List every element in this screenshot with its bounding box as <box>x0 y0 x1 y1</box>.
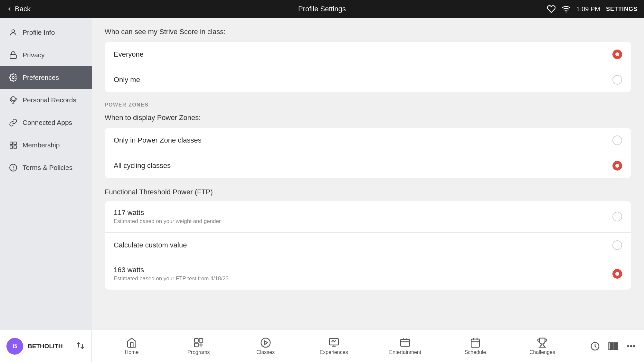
strive-section-title: Who can see my Strive Score in class: <box>105 28 631 36</box>
ftp-custom-content: Calculate custom value <box>114 241 187 249</box>
svg-marker-16 <box>265 341 268 344</box>
strive-option-only-me[interactable]: Only me <box>105 67 631 92</box>
svg-rect-6 <box>14 142 16 144</box>
bottom-nav-right <box>582 341 644 351</box>
svg-point-35 <box>628 346 629 347</box>
page-title: Profile Settings <box>298 5 346 13</box>
svg-rect-5 <box>10 142 13 144</box>
schedule-icon <box>470 337 481 348</box>
svg-point-15 <box>261 338 270 347</box>
ftp-radio-custom[interactable] <box>612 240 622 250</box>
sidebar-item-terms-policies[interactable]: Terms & Policies <box>0 156 92 179</box>
ftp-163-label: 163 watts <box>114 266 229 274</box>
nav-item-programs[interactable]: Programs <box>186 337 212 355</box>
ftp-title: Functional Threshold Power (FTP) <box>105 188 631 196</box>
back-button[interactable]: Back <box>6 5 31 13</box>
swap-button[interactable] <box>76 341 85 351</box>
strive-radio-group: Everyone Only me <box>105 42 631 92</box>
display-all-cycling[interactable]: All cycling classes <box>105 153 631 178</box>
wifi-icon <box>562 5 571 14</box>
bottom-nav-center: Home Programs Classes <box>92 330 582 362</box>
challenges-icon <box>537 337 548 348</box>
nav-item-challenges[interactable]: Challenges <box>529 337 555 355</box>
barcode-icon[interactable] <box>608 341 618 351</box>
nav-label-schedule: Schedule <box>465 349 486 355</box>
bottom-nav: B BETHOLITH Home Programs <box>0 330 644 362</box>
svg-rect-30 <box>611 343 611 349</box>
heart-icon[interactable] <box>547 5 556 14</box>
username: BETHOLITH <box>28 343 63 350</box>
sidebar-item-label-personal-records: Personal Records <box>23 96 76 104</box>
classes-icon <box>260 337 271 348</box>
display-all-cycling-label: All cycling classes <box>114 162 171 170</box>
sidebar-item-label-privacy: Privacy <box>23 51 45 59</box>
grid-icon <box>9 141 17 149</box>
svg-rect-29 <box>609 343 610 349</box>
nav-label-entertainment: Entertainment <box>389 349 421 355</box>
more-icon[interactable] <box>626 341 636 351</box>
sidebar-item-label-terms-policies: Terms & Policies <box>23 164 72 172</box>
svg-rect-14 <box>194 343 198 347</box>
gear-icon <box>9 73 17 82</box>
nav-item-entertainment[interactable]: Entertainment <box>389 337 421 355</box>
ftp-radio-117[interactable] <box>612 212 622 221</box>
svg-point-36 <box>630 346 632 347</box>
ftp-option-163[interactable]: 163 watts Estimated based on your FTP te… <box>105 258 631 290</box>
strive-option-only-me-label: Only me <box>114 76 140 84</box>
svg-rect-33 <box>615 343 617 349</box>
clock: 1:09 PM <box>576 5 600 13</box>
sidebar: Profile Info Privacy Preferences <box>0 18 92 330</box>
ftp-option-117[interactable]: 117 watts Estimated based on your weight… <box>105 201 631 233</box>
svg-rect-2 <box>10 55 16 59</box>
svg-rect-24 <box>471 339 479 347</box>
ftp-117-sub: Estimated based on your weight and gende… <box>114 218 221 225</box>
power-zones-when-title: When to display Power Zones: <box>105 114 631 122</box>
display-radio-all-cycling[interactable] <box>612 161 622 171</box>
nav-label-classes: Classes <box>256 349 275 355</box>
bottom-nav-user: B BETHOLITH <box>0 330 92 362</box>
ftp-radio-163[interactable] <box>612 269 622 279</box>
strive-radio-everyone[interactable] <box>612 50 622 59</box>
nav-item-classes[interactable]: Classes <box>253 337 279 355</box>
content-area: Who can see my Strive Score in class: Ev… <box>92 18 644 330</box>
nav-item-schedule[interactable]: Schedule <box>462 337 488 355</box>
svg-point-37 <box>633 346 635 347</box>
ftp-custom-label: Calculate custom value <box>114 241 187 249</box>
sidebar-item-label-preferences: Preferences <box>23 74 59 81</box>
sidebar-item-membership[interactable]: Membership <box>0 134 92 156</box>
sidebar-item-profile-info[interactable]: Profile Info <box>0 21 92 44</box>
strive-radio-only-me[interactable] <box>612 75 622 85</box>
nav-item-home[interactable]: Home <box>119 337 145 355</box>
nav-label-challenges: Challenges <box>529 349 555 355</box>
strive-option-everyone[interactable]: Everyone <box>105 42 631 67</box>
display-radio-power-zone-only[interactable] <box>612 135 622 145</box>
sidebar-item-personal-records[interactable]: Personal Records <box>0 89 92 111</box>
person-icon <box>9 28 17 37</box>
power-zones-section-label: POWER ZONES <box>105 102 631 108</box>
sidebar-item-connected-apps[interactable]: Connected Apps <box>0 111 92 134</box>
sidebar-item-preferences[interactable]: Preferences <box>0 66 92 89</box>
svg-rect-13 <box>199 339 203 342</box>
link-icon <box>9 118 17 127</box>
svg-point-1 <box>12 30 15 32</box>
svg-rect-34 <box>617 343 618 349</box>
trophy-icon <box>9 96 17 104</box>
swap-icon <box>76 341 85 350</box>
sidebar-item-label-profile-info: Profile Info <box>23 29 55 36</box>
timer-icon[interactable] <box>590 341 600 351</box>
sidebar-item-privacy[interactable]: Privacy <box>0 44 92 66</box>
topbar: Back Profile Settings 1:09 PM SETTINGS <box>0 0 644 18</box>
home-icon <box>126 337 137 348</box>
ftp-option-custom[interactable]: Calculate custom value <box>105 233 631 258</box>
display-power-zone-only-label: Only in Power Zone classes <box>114 136 202 144</box>
entertainment-icon <box>400 337 411 348</box>
ftp-163-sub: Estimated based on your FTP test from 4/… <box>114 275 229 282</box>
nav-item-experiences[interactable]: Experiences <box>320 337 348 355</box>
settings-label[interactable]: SETTINGS <box>606 6 638 13</box>
lock-icon <box>9 51 17 59</box>
display-power-zone-only[interactable]: Only in Power Zone classes <box>105 128 631 153</box>
experiences-icon <box>328 337 339 348</box>
programs-icon <box>193 337 204 348</box>
sidebar-item-label-connected-apps: Connected Apps <box>23 119 72 126</box>
ftp-117-content: 117 watts Estimated based on your weight… <box>114 209 221 225</box>
